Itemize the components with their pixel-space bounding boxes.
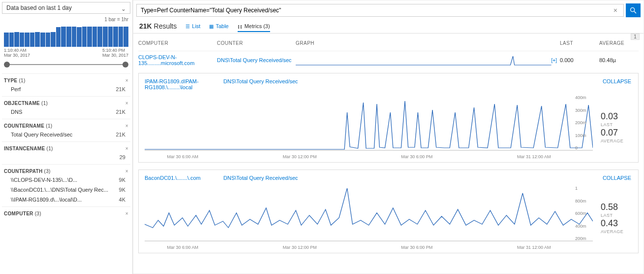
facet-type: TYPE (1)×Perf21K	[2, 73, 130, 96]
sidebar: Data based on last 1 day ⌄ 1 bar = 1hr 1…	[0, 0, 133, 274]
computer-link[interactable]: BaconDC01.\.......\.com	[145, 175, 223, 181]
svg-line-1	[634, 11, 636, 13]
svg-point-0	[631, 8, 635, 12]
search-button[interactable]	[626, 3, 641, 17]
collapse-button[interactable]: COLLAPSE	[603, 78, 631, 84]
average-value: 80.48µ	[599, 57, 639, 63]
counter-link[interactable]: DNS\Total Query Received/sec	[223, 78, 298, 84]
y-axis-ticks: 1800m600m400m200m	[575, 186, 595, 241]
chevron-down-icon: ⌄	[121, 5, 126, 12]
y-axis-ticks: 400m300m200m100m0	[575, 95, 595, 150]
search-box[interactable]: ×	[136, 4, 624, 17]
counter-link[interactable]: DNS\Total Query Received/sec	[223, 175, 298, 181]
close-icon[interactable]: ×	[125, 101, 128, 106]
search-icon	[629, 6, 637, 14]
bar-legend: 1 bar = 1hr	[2, 17, 128, 22]
x-axis-ticks: Mar 30 6:00 AMMar 30 12:00 PMMar 30 6:00…	[145, 154, 573, 159]
close-icon[interactable]: ×	[125, 78, 128, 83]
list-icon: ☰	[185, 24, 190, 29]
header-graph: GRAPH	[296, 40, 560, 46]
facet-item[interactable]: \\CLOPS-DEV-N-135\...\D...9K	[4, 174, 128, 184]
time-range-select[interactable]: Data based on last 1 day ⌄	[2, 2, 130, 14]
facet-countername: COUNTERNAME (1)×Total Query Received/sec…	[2, 119, 130, 141]
line-chart[interactable]: 400m300m200m100m0Mar 30 6:00 AMMar 30 12…	[145, 95, 593, 159]
results-content: 1 COMPUTER COUNTER GRAPH LAST AVERAGE CL…	[133, 34, 644, 274]
tab-table[interactable]: ▦Table	[209, 23, 228, 29]
computer-link[interactable]: CLOPS-DEV-N-135.........microsoft.com	[138, 54, 217, 66]
tab-metrics[interactable]: ⫿⫿Metrics (3)	[238, 23, 270, 32]
facet-objectname: OBJECTNAME (1)×DNS21K	[2, 96, 130, 119]
close-icon[interactable]: ×	[125, 123, 128, 129]
expand-button[interactable]: [+]	[552, 58, 557, 63]
facet-item[interactable]: Total Query Received/sec21K	[4, 129, 128, 138]
facet-item[interactable]: 29	[4, 151, 128, 161]
header-last: LAST	[560, 40, 599, 46]
facet-title: OBJECTNAME (1)	[4, 101, 48, 106]
time-range-label: Data based on last 1 day	[6, 4, 72, 11]
metrics-icon: ⫿⫿	[238, 24, 243, 29]
slider-start-knob[interactable]	[4, 62, 10, 68]
header-counter: COUNTER	[217, 40, 296, 46]
facet-item[interactable]: DNS21K	[4, 106, 128, 116]
facet-instancename: INSTANCENAME (1)×29	[2, 141, 130, 164]
time-range-slider[interactable]	[4, 60, 128, 69]
last-value: 0.58	[601, 202, 632, 212]
line-chart[interactable]: 1800m600m400m200mMar 30 6:00 AMMar 30 12…	[145, 186, 593, 250]
average-value: 0.07	[601, 128, 632, 138]
slider-end-knob[interactable]	[123, 62, 128, 68]
tab-list[interactable]: ☰List	[185, 23, 200, 29]
facet-title: COUNTERPATH (3)	[4, 169, 51, 174]
facet-item[interactable]: \\IPAM-RG1809.d\...\local\D...4K	[4, 194, 128, 204]
metric-card: BaconDC01.\.......\.comDNS\Total Query R…	[138, 170, 639, 253]
header-average: AVERAGE	[599, 40, 639, 46]
average-value: 0.43	[601, 218, 632, 229]
close-icon[interactable]: ×	[125, 211, 128, 216]
counter-link[interactable]: DNS\Total Query Received/sec	[217, 57, 296, 63]
results-tabs: 21K Results ☰List ▦Table ⫿⫿Metrics (3)	[133, 19, 644, 34]
clear-search-icon[interactable]: ×	[612, 6, 619, 14]
facet-item[interactable]: Perf21K	[4, 83, 128, 93]
page-indicator[interactable]: 1	[631, 34, 640, 40]
x-axis-ticks: Mar 30 6:00 AMMar 30 12:00 PMMar 30 6:00…	[145, 245, 573, 250]
header-computer: COMPUTER	[138, 40, 217, 46]
facet-title: INSTANCENAME (1)	[4, 146, 53, 151]
sparkline-chart	[296, 54, 552, 66]
last-value: 0.000	[560, 57, 599, 63]
overview-time-labels: 1:10:40 AMMar 30, 2017 5:10:40 PMMar 30,…	[2, 47, 130, 60]
close-icon[interactable]: ×	[125, 169, 128, 174]
column-headers: COMPUTER COUNTER GRAPH LAST AVERAGE	[138, 38, 639, 51]
facet-title: COMPUTER (3)	[4, 211, 41, 216]
facet-computer: COMPUTER (3)×	[2, 206, 130, 219]
search-input[interactable]	[141, 7, 612, 14]
computer-link[interactable]: IPAM-RG1809.dIPAM-RG1808.\........\local	[145, 78, 223, 90]
stats-block: 0.58LAST0.43AVERAGE	[593, 186, 632, 250]
overview-bar-chart[interactable]	[2, 23, 130, 47]
table-icon: ▦	[209, 24, 214, 29]
result-count: 21K Results	[139, 22, 177, 30]
facet-counterpath: COUNTERPATH (3)×\\CLOPS-DEV-N-135\...\D.…	[2, 164, 130, 206]
facet-title: TYPE (1)	[4, 78, 26, 83]
facet-item[interactable]: \\BaconDC01.\...\DNS\Total Query Rec...9…	[4, 184, 128, 194]
metric-card: IPAM-RG1809.dIPAM-RG1808.\........\local…	[138, 73, 639, 163]
metric-row-collapsed: CLOPS-DEV-N-135.........microsoft.com DN…	[138, 51, 639, 73]
facet-title: COUNTERNAME (1)	[4, 123, 52, 129]
close-icon[interactable]: ×	[125, 146, 128, 151]
main-panel: × 21K Results ☰List ▦Table ⫿⫿Metrics (3)…	[133, 0, 644, 274]
last-value: 0.03	[601, 111, 632, 122]
collapse-button[interactable]: COLLAPSE	[603, 175, 631, 181]
stats-block: 0.03LAST0.07AVERAGE	[593, 95, 632, 159]
